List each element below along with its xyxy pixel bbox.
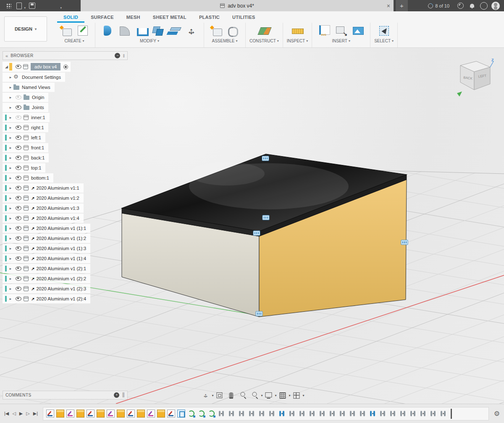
browser-item-2020-aluminium-v1-2[interactable]: ▸↗2020 Aluminium v1:2 — [3, 193, 84, 203]
tab-surface[interactable]: SURFACE — [84, 11, 120, 23]
visibility-eye-icon[interactable] — [16, 196, 21, 200]
timeline-feature-joint[interactable] — [258, 410, 266, 418]
expand-arrow-icon[interactable]: ▸ — [8, 277, 13, 281]
timeline-feature-joint[interactable] — [318, 410, 326, 418]
tab-utilities[interactable]: UTILITIES — [226, 11, 262, 23]
add-comment-icon[interactable]: + — [114, 392, 119, 398]
expand-arrow-icon[interactable]: ▸ — [8, 206, 13, 210]
apps-grid-icon[interactable] — [3, 1, 13, 11]
browser-item-left-1[interactable]: ▸left:1 — [3, 133, 45, 142]
new-file-icon[interactable] — [15, 1, 25, 11]
timeline-feature-joint[interactable] — [268, 410, 276, 418]
press-pull-icon[interactable] — [100, 24, 115, 38]
activate-component-radio[interactable] — [63, 65, 68, 69]
timeline-feature-joint[interactable] — [439, 410, 447, 418]
timeline-feature-sketch[interactable] — [87, 410, 94, 418]
zoom-window-icon[interactable] — [238, 390, 248, 400]
visibility-eye-icon[interactable] — [16, 115, 21, 120]
timeline-feature-sketch-alt[interactable] — [147, 410, 155, 418]
measure-icon[interactable] — [290, 24, 305, 38]
browser-item-back-1[interactable]: ▸back:1 — [3, 153, 49, 162]
browser-root-row[interactable]: ◢ adv box v4 — [3, 62, 71, 72]
browser-item-2020-aluminium-v1-1-4[interactable]: ▸↗2020 Aluminium v1 (1):4 — [3, 254, 90, 263]
expand-arrow-icon[interactable]: ▸ — [8, 105, 13, 110]
visibility-eye-icon[interactable] — [16, 146, 21, 150]
expand-arrow-icon[interactable]: ▸ — [8, 196, 13, 200]
timeline-feature-sketch-alt[interactable] — [107, 410, 115, 418]
timeline-feature-align[interactable] — [197, 410, 205, 418]
visibility-eye-icon[interactable] — [16, 166, 21, 170]
visibility-eye-icon[interactable] — [16, 176, 21, 180]
chevron-down-icon[interactable]: ▾ — [261, 394, 262, 397]
timeline-feature-sketch[interactable] — [46, 410, 54, 418]
expand-arrow-icon[interactable]: ▸ — [8, 166, 13, 170]
expand-arrow-icon[interactable]: ▸ — [8, 216, 13, 220]
visibility-eye-icon[interactable] — [16, 95, 21, 99]
expand-arrow-icon[interactable]: ▸ — [8, 95, 13, 99]
expand-arrow-icon[interactable]: ▸ — [8, 266, 13, 271]
browser-item-2020-aluminium-v1-1-1[interactable]: ▸↗2020 Aluminium v1 (1):1 — [3, 224, 90, 233]
timeline-feature-joint-blue[interactable] — [278, 410, 286, 418]
expand-arrow-icon[interactable]: ▸ — [8, 156, 13, 160]
close-tab-icon[interactable]: × — [387, 3, 390, 9]
timeline-feature-joint[interactable] — [409, 410, 417, 418]
insert-derive-icon[interactable] — [333, 24, 349, 38]
display-settings-icon[interactable] — [263, 390, 273, 400]
browser-item-front-1[interactable]: ▸front:1 — [3, 143, 48, 152]
tab-solid[interactable]: SOLID — [57, 11, 84, 23]
box-model[interactable] — [122, 154, 407, 317]
joint-origin-handle[interactable] — [253, 231, 260, 235]
browser-item-right-1[interactable]: ▸right:1 — [3, 123, 48, 132]
timeline-feature-extrude[interactable] — [137, 410, 145, 418]
combine-icon[interactable] — [150, 24, 165, 38]
clock-icon[interactable] — [455, 1, 465, 11]
browser-item-2020-aluminium-v1-3[interactable]: ▸↗2020 Aluminium v1:3 — [3, 204, 84, 213]
visibility-eye-icon[interactable] — [16, 186, 21, 190]
expand-arrow-icon[interactable]: ▸ — [8, 176, 13, 180]
timeline-feature-joint[interactable] — [359, 410, 367, 418]
comments-bar[interactable]: COMMENTS + ‖ — [3, 391, 128, 400]
expand-arrow-icon[interactable]: ▸ — [8, 186, 13, 190]
chevron-down-icon[interactable]: ▾ — [289, 394, 291, 397]
expand-arrow-icon[interactable]: ▸ — [8, 236, 13, 240]
select-window-icon[interactable] — [376, 24, 391, 38]
group-label-create[interactable]: CREATE▾ — [65, 39, 84, 43]
timeline-feature-extrude[interactable] — [97, 410, 105, 418]
group-label-select[interactable]: SELECT▾ — [374, 39, 394, 43]
joint-origin-handle[interactable] — [262, 215, 269, 220]
fit-icon[interactable] — [214, 390, 224, 400]
timeline-settings-gear-icon[interactable]: ⚙ — [494, 410, 500, 418]
timeline-feature-joint[interactable] — [238, 410, 246, 418]
help-icon[interactable] — [479, 1, 489, 11]
move-copy-icon[interactable] — [184, 24, 199, 38]
timeline-feature-joint[interactable] — [218, 410, 226, 418]
chevron-down-icon[interactable]: ▾ — [303, 394, 304, 397]
shell-icon[interactable] — [134, 24, 149, 38]
visibility-eye-icon[interactable] — [16, 236, 21, 240]
user-avatar[interactable] — [491, 1, 501, 11]
step-back-button[interactable]: ◁ — [12, 411, 16, 416]
browser-item-bottom-1[interactable]: ▸bottom:1 — [3, 173, 53, 183]
visibility-eye-icon[interactable] — [16, 105, 21, 110]
group-label-modify[interactable]: MODIFY▾ — [140, 39, 159, 43]
comments-grip-icon[interactable]: ‖ — [122, 392, 125, 399]
timeline-feature-joint[interactable] — [288, 410, 296, 418]
visibility-eye-icon[interactable] — [16, 156, 21, 160]
offset-face-icon[interactable] — [167, 24, 182, 38]
expand-arrow-icon[interactable]: ▸ — [8, 146, 13, 150]
redo-icon[interactable] — [50, 1, 60, 11]
insert-svg-icon[interactable] — [317, 24, 332, 38]
timeline-feature-extrude[interactable] — [117, 410, 125, 418]
browser-item-2020-aluminium-v1-2-2[interactable]: ▸↗2020 Aluminium v1 (2):2 — [3, 274, 90, 283]
joint-icon[interactable] — [226, 24, 241, 38]
visibility-eye-icon[interactable] — [16, 277, 21, 281]
joint-origin-handle[interactable] — [256, 311, 262, 316]
chevron-down-icon[interactable]: ▾ — [212, 394, 213, 397]
visibility-eye-icon[interactable] — [16, 216, 21, 220]
joint-origin-handle[interactable] — [401, 240, 408, 245]
collapse-panel-icon[interactable]: « — [5, 53, 8, 58]
joint-origin-handle[interactable] — [262, 156, 269, 161]
minimize-panel-icon[interactable]: − — [115, 53, 120, 58]
group-label-construct[interactable]: CONSTRUCT▾ — [249, 39, 279, 43]
chevron-down-icon[interactable]: ▾ — [275, 394, 276, 397]
